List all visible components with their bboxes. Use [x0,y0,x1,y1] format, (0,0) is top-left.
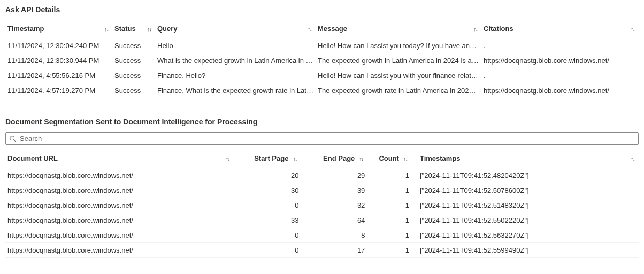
cell-document-url: https://docqnastg.blob.core.windows.net/ [5,168,234,183]
cell-count: 1 [373,183,418,198]
table-row: 11/11/2024, 12:30:30.944 PMSuccessWhat i… [5,53,639,68]
sort-icon[interactable]: ↑↓ [102,26,110,32]
cell-start-page: 0 [234,228,308,243]
section-title-doc-seg: Document Segmentation Sent to Document I… [5,118,639,126]
cell-document-url: https://docqnastg.blob.core.windows.net/ [5,183,234,198]
cell-query: Finance. What is the expected growth rat… [155,83,316,98]
cell-start-page: 0 [234,243,308,258]
cell-count: 1 [373,243,418,258]
sort-icon[interactable]: ↑↓ [305,26,313,32]
cell-start-page: 30 [234,183,308,198]
col-timestamps[interactable]: Timestamps↑↓ [418,150,639,168]
sort-icon[interactable]: ↑↓ [401,155,409,162]
cell-timestamps: ["2024-11-11T09:41:52.5148320Z"] [418,198,639,213]
sort-icon[interactable]: ↑↓ [471,26,479,32]
cell-timestamp: 11/11/2024, 4:55:56.216 PM [5,68,112,83]
cell-timestamps: ["2024-11-11T09:41:52.5078600Z"] [418,183,639,198]
sort-icon[interactable]: ↑↓ [145,26,153,32]
cell-count: 1 [373,198,418,213]
table-row: https://docqnastg.blob.core.windows.net/… [5,168,639,183]
cell-citations: . [481,38,639,53]
cell-status: Success [112,38,155,53]
cell-timestamp: 11/11/2024, 12:30:04.240 PM [5,38,112,53]
col-count[interactable]: Count↑↓ [373,150,418,168]
col-timestamp[interactable]: Timestamp↑↓ [5,20,112,38]
col-end-page[interactable]: End Page↑↓ [307,150,373,168]
cell-query: What is the expected growth in Latin Ame… [155,53,316,68]
doc-seg-table: Document URL↑↓ Start Page↑↓ End Page↑↓ C… [5,150,639,258]
table-row: https://docqnastg.blob.core.windows.net/… [5,213,639,228]
search-icon [9,135,17,143]
ask-api-details-section: Ask API Details Timestamp↑↓ Status↑↓ Que… [5,5,639,98]
cell-timestamp: 11/11/2024, 4:57:19.270 PM [5,83,112,98]
doc-seg-header-row: Document URL↑↓ Start Page↑↓ End Page↑↓ C… [5,150,639,168]
section-title-ask-api: Ask API Details [5,5,639,14]
cell-message: The expected growth in Latin America in … [316,53,481,68]
cell-timestamps: ["2024-11-11T09:41:52.5502220Z"] [418,213,639,228]
table-row: https://docqnastg.blob.core.windows.net/… [5,228,639,243]
cell-count: 1 [373,213,418,228]
cell-end-page: 39 [307,183,373,198]
col-citations[interactable]: Citations↑↓ [481,20,639,38]
cell-count: 1 [373,228,418,243]
cell-end-page: 29 [307,168,373,183]
svg-line-1 [14,139,16,142]
sort-icon[interactable]: ↑↓ [357,155,365,162]
cell-status: Success [112,83,155,98]
cell-end-page: 64 [307,213,373,228]
cell-document-url: https://docqnastg.blob.core.windows.net/ [5,228,234,243]
table-row: 11/11/2024, 12:30:04.240 PMSuccessHelloH… [5,38,639,53]
cell-end-page: 17 [307,243,373,258]
cell-citations: https://docqnastg.blob.core.windows.net/ [481,83,639,98]
doc-segmentation-section: Document Segmentation Sent to Document I… [5,118,639,258]
svg-point-0 [10,136,14,140]
cell-message: Hello! How can I assist you with your fi… [316,68,481,83]
col-start-page[interactable]: Start Page↑↓ [234,150,308,168]
cell-query: Finance. Hello? [155,68,316,83]
table-row: https://docqnastg.blob.core.windows.net/… [5,243,639,258]
cell-citations: https://docqnastg.blob.core.windows.net/ [481,53,639,68]
cell-start-page: 0 [234,198,308,213]
search-box[interactable] [5,132,639,145]
cell-status: Success [112,68,155,83]
cell-start-page: 33 [234,213,308,228]
cell-document-url: https://docqnastg.blob.core.windows.net/ [5,198,234,213]
cell-message: The expected growth rate in Latin Americ… [316,83,481,98]
sort-icon[interactable]: ↑↓ [224,155,232,162]
search-input[interactable] [20,135,635,143]
sort-icon[interactable]: ↑↓ [628,26,637,32]
cell-timestamp: 11/11/2024, 12:30:30.944 PM [5,53,112,68]
cell-count: 1 [373,168,418,183]
cell-document-url: https://docqnastg.blob.core.windows.net/ [5,213,234,228]
cell-message: Hello! How can I assist you today? If yo… [316,38,481,53]
table-row: 11/11/2024, 4:57:19.270 PMSuccessFinance… [5,83,639,98]
cell-query: Hello [155,38,316,53]
sort-icon[interactable]: ↑↓ [628,155,637,162]
col-status[interactable]: Status↑↓ [112,20,155,38]
table-row: https://docqnastg.blob.core.windows.net/… [5,198,639,213]
col-message[interactable]: Message↑↓ [316,20,481,38]
sort-icon[interactable]: ↑↓ [290,155,298,162]
cell-timestamps: ["2024-11-11T09:41:52.5599490Z"] [418,243,639,258]
cell-status: Success [112,53,155,68]
ask-api-table: Timestamp↑↓ Status↑↓ Query↑↓ Message↑↓ C… [5,20,639,98]
ask-api-header-row: Timestamp↑↓ Status↑↓ Query↑↓ Message↑↓ C… [5,20,639,38]
table-row: 11/11/2024, 4:55:56.216 PMSuccessFinance… [5,68,639,83]
cell-start-page: 20 [234,168,308,183]
cell-document-url: https://docqnastg.blob.core.windows.net/ [5,243,234,258]
cell-timestamps: ["2024-11-11T09:41:52.5632270Z"] [418,228,639,243]
cell-end-page: 32 [307,198,373,213]
cell-end-page: 8 [307,228,373,243]
col-document-url[interactable]: Document URL↑↓ [5,150,234,168]
table-row: https://docqnastg.blob.core.windows.net/… [5,183,639,198]
cell-citations: . [481,68,639,83]
cell-timestamps: ["2024-11-11T09:41:52.4820420Z"] [418,168,639,183]
col-query[interactable]: Query↑↓ [155,20,316,38]
